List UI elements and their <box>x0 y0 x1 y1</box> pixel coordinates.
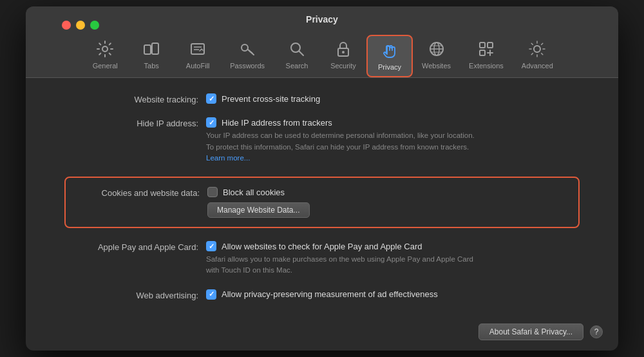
gear-icon <box>95 39 115 59</box>
toolbar-item-advanced[interactable]: Advanced <box>513 35 562 77</box>
hide-ip-text: Hide IP address from trackers <box>222 118 332 128</box>
search-icon <box>287 39 307 59</box>
advanced-icon <box>527 39 547 59</box>
svg-rect-19 <box>480 43 485 48</box>
toolbar-item-general[interactable]: General <box>82 35 128 77</box>
minimize-button[interactable] <box>76 21 85 30</box>
toolbar-item-privacy[interactable]: Privacy <box>366 35 413 77</box>
toolbar-item-passwords[interactable]: Passwords <box>221 35 274 77</box>
svg-rect-21 <box>480 50 485 55</box>
svg-line-11 <box>299 52 304 56</box>
privacy-label: Privacy <box>378 63 401 71</box>
close-button[interactable] <box>62 21 71 30</box>
cookies-section: Cookies and website data: Block all cook… <box>64 177 580 228</box>
toolbar: General Tabs <box>36 32 608 77</box>
extensions-icon <box>476 39 497 59</box>
toolbar-item-tabs[interactable]: Tabs <box>128 35 175 77</box>
hide-ip-control: ✓ Hide IP address from trackers Your IP … <box>206 117 580 164</box>
toolbar-item-security[interactable]: Security <box>320 35 366 77</box>
toolbar-item-extensions[interactable]: Extensions <box>460 35 513 77</box>
cookies-label: Cookies and website data: <box>66 187 207 198</box>
svg-point-22 <box>534 46 540 52</box>
web-advertising-text: Allow privacy-preserving measurement of … <box>222 289 438 299</box>
general-label: General <box>93 62 118 70</box>
svg-line-8 <box>251 52 252 53</box>
hide-ip-checkbox[interactable]: ✓ <box>206 117 216 128</box>
key-icon <box>237 39 258 59</box>
web-advertising-control: ✓ Allow privacy-preserving measurement o… <box>206 289 580 300</box>
autofill-icon <box>187 39 208 59</box>
apple-pay-row: Apple Pay and Apple Card: ✓ Allow websit… <box>64 241 580 276</box>
svg-point-6 <box>242 44 248 51</box>
hide-ip-label: Hide IP address: <box>64 117 206 128</box>
manage-button-wrapper: Manage Website Data... <box>207 197 568 218</box>
toolbar-item-websites[interactable]: Websites <box>413 35 460 77</box>
advanced-label: Advanced <box>522 62 553 70</box>
hide-ip-main: ✓ Hide IP address from trackers <box>206 117 580 128</box>
security-label: Security <box>330 62 356 70</box>
apple-pay-text: Allow websites to check for Apple Pay an… <box>222 242 422 251</box>
cookies-control: Block all cookies Manage Website Data... <box>207 187 568 218</box>
svg-rect-1 <box>144 45 151 54</box>
cookies-checkbox[interactable] <box>207 187 218 197</box>
lock-icon <box>333 39 354 59</box>
website-tracking-label: Website tracking: <box>64 93 206 104</box>
search-label: Search <box>286 62 308 70</box>
cookies-main: Block all cookies <box>207 187 568 197</box>
apple-pay-main: ✓ Allow websites to check for Apple Pay … <box>206 241 580 251</box>
maximize-button[interactable] <box>90 21 99 30</box>
tabs-icon <box>141 39 162 59</box>
settings-window: Privacy General Ta <box>26 6 618 350</box>
web-advertising-main: ✓ Allow privacy-preserving measurement o… <box>206 289 580 300</box>
svg-point-13 <box>342 51 345 53</box>
tabs-label: Tabs <box>144 62 159 70</box>
svg-rect-20 <box>488 43 493 48</box>
svg-rect-2 <box>152 43 158 54</box>
manage-website-data-button[interactable]: Manage Website Data... <box>207 202 310 218</box>
traffic-lights <box>62 21 99 30</box>
extensions-label: Extensions <box>469 62 504 70</box>
toolbar-item-search[interactable]: Search <box>274 35 320 77</box>
toolbar-item-autofill[interactable]: AutoFill <box>175 35 221 77</box>
web-advertising-label: Web advertising: <box>64 289 206 300</box>
checkmark-icon: ✓ <box>209 119 214 127</box>
web-advertising-row: Web advertising: ✓ Allow privacy-preserv… <box>64 289 580 300</box>
help-button[interactable]: ? <box>590 325 603 338</box>
svg-point-0 <box>102 46 108 52</box>
learn-more-link[interactable]: Learn more... <box>206 154 250 162</box>
svg-line-9 <box>249 51 251 52</box>
apple-pay-control: ✓ Allow websites to check for Apple Pay … <box>206 241 580 276</box>
checkmark-icon: ✓ <box>209 290 214 298</box>
about-safari-button[interactable]: About Safari & Privacy... <box>478 323 583 340</box>
hide-ip-description: Your IP address can be used to determine… <box>206 130 477 164</box>
hide-ip-row: Hide IP address: ✓ Hide IP address from … <box>64 117 580 164</box>
website-tracking-checkbox[interactable]: ✓ <box>206 93 216 104</box>
footer: About Safari & Privacy... ? <box>26 316 618 351</box>
web-advertising-checkbox[interactable]: ✓ <box>206 289 216 300</box>
passwords-label: Passwords <box>230 62 265 70</box>
autofill-label: AutoFill <box>186 62 210 70</box>
checkmark-icon: ✓ <box>209 95 214 103</box>
website-tracking-row: Website tracking: ✓ Prevent cross-site t… <box>64 93 580 104</box>
cookies-text: Block all cookies <box>223 188 285 197</box>
globe-icon <box>426 39 447 59</box>
titlebar: Privacy General Ta <box>26 6 618 77</box>
hand-icon <box>379 40 400 61</box>
checkmark-icon: ✓ <box>209 242 214 251</box>
website-tracking-control: ✓ Prevent cross-site tracking <box>206 93 580 104</box>
apple-pay-label: Apple Pay and Apple Card: <box>64 241 206 252</box>
websites-label: Websites <box>422 62 451 70</box>
apple-pay-description: Safari allows you to make purchases on t… <box>206 254 477 276</box>
settings-content: Website tracking: ✓ Prevent cross-site t… <box>26 78 618 315</box>
website-tracking-text: Prevent cross-site tracking <box>222 94 320 104</box>
window-title: Privacy <box>306 14 338 24</box>
website-tracking-main: ✓ Prevent cross-site tracking <box>206 93 580 104</box>
apple-pay-checkbox[interactable]: ✓ <box>206 241 216 251</box>
cookies-row: Cookies and website data: Block all cook… <box>66 187 568 218</box>
